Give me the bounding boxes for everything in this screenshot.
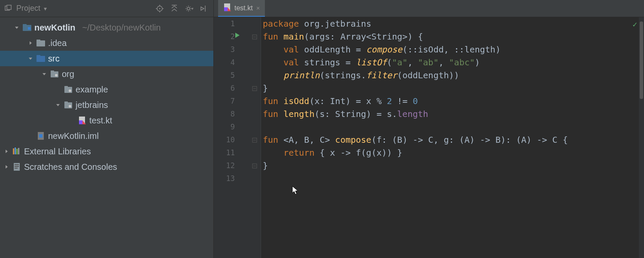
chevron-down-icon[interactable] (14, 25, 20, 31)
tree-item[interactable]: org (0, 66, 213, 82)
editor-body[interactable]: ✓ 12345678910111213 package org.jetbrain… (214, 17, 644, 258)
tree-item[interactable]: Scratches and Consoles (0, 159, 213, 175)
folder-icon (36, 39, 46, 47)
code-token: strings = (304, 57, 355, 68)
svg-rect-25 (64, 101, 68, 104)
chevron-down-icon[interactable] (27, 55, 33, 61)
chevron-right-icon[interactable] (27, 40, 33, 46)
code-token: package (263, 18, 304, 29)
gutter-line[interactable]: 13 (214, 172, 261, 185)
locate-icon[interactable] (154, 3, 165, 14)
gutter-line[interactable]: 10 (214, 133, 261, 146)
gutter-line[interactable]: 6 (214, 82, 261, 95)
code-token: <A, B, C> (283, 135, 335, 145)
tab-close-icon[interactable]: × (256, 4, 260, 12)
hide-icon[interactable] (198, 3, 209, 14)
project-tree[interactable]: newKotlin~/Desktop/newKotlin.ideasrcorge… (0, 17, 213, 258)
tree-item-label: Scratches and Consoles (24, 162, 117, 172)
code-line[interactable]: val oddLength = compose(::isOdd, ::lengt… (263, 43, 644, 56)
code-token: (strings. (319, 70, 366, 80)
code-line[interactable]: } (263, 82, 644, 95)
dropdown-icon[interactable]: ▾ (44, 5, 47, 12)
editor-tab[interactable]: test.kt× (218, 0, 265, 17)
svg-rect-33 (18, 148, 19, 154)
svg-point-9 (187, 7, 190, 10)
code-line[interactable]: fun length(s: String) = s.length (263, 108, 644, 120)
libs-icon (12, 147, 21, 156)
chevron-right-icon[interactable] (3, 164, 9, 170)
svg-rect-37 (15, 168, 18, 169)
code-token: org.jetbrains (304, 18, 371, 29)
tree-item-label: example (76, 85, 108, 95)
tree-item[interactable]: jetbrains (0, 97, 213, 113)
iml-file-icon (36, 132, 46, 140)
code-line[interactable]: fun <A, B, C> compose(f: (B) -> C, g: (A… (263, 133, 644, 146)
fold-icon[interactable] (252, 136, 258, 142)
fold-icon[interactable] (252, 33, 258, 39)
editor-gutter[interactable]: 12345678910111213 (214, 17, 261, 258)
tree-item-label: newKotlin.iml (48, 131, 99, 141)
run-gutter-icon[interactable] (234, 32, 240, 40)
code-line[interactable]: } (263, 159, 644, 172)
editor-tabs: test.kt× (214, 0, 644, 17)
sidebar-header: Project ▾ ▾ (0, 0, 213, 17)
gutter-line[interactable]: 8 (214, 108, 261, 120)
code-line[interactable]: println(strings.filter(oddLength)) (263, 69, 644, 82)
code-area[interactable]: package org.jetbrainsfun main(args: Arra… (261, 17, 644, 258)
code-line[interactable]: fun isOdd(x: Int) = x % 2 != 0 (263, 95, 644, 108)
editor-pane: test.kt× ✓ 12345678910111213 package org… (214, 0, 644, 258)
code-token: } (263, 83, 268, 93)
tree-item[interactable]: test.kt (0, 113, 213, 128)
fold-icon[interactable] (252, 162, 258, 168)
code-line[interactable]: return { x -> f(g(x)) } (263, 146, 644, 159)
tree-item[interactable]: newKotlin.iml (0, 128, 213, 144)
svg-rect-12 (23, 24, 27, 26)
tree-item[interactable]: example (0, 82, 213, 97)
code-token: filter (366, 70, 397, 80)
sidebar-title[interactable]: Project (16, 4, 40, 13)
code-token: ( (402, 44, 407, 55)
code-token: { x -> f(g(x)) } (319, 147, 402, 158)
code-token: } (263, 160, 268, 171)
tree-item[interactable]: .idea (0, 35, 213, 51)
tree-item[interactable]: newKotlin~/Desktop/newKotlin (0, 20, 213, 35)
collapse-all-icon[interactable] (169, 3, 180, 14)
code-line[interactable] (263, 172, 644, 185)
tree-item[interactable]: External Libraries (0, 144, 213, 159)
code-line[interactable] (263, 120, 644, 133)
project-sidebar: Project ▾ ▾ newKotlin~/Desktop/newKotlin… (0, 0, 214, 258)
tree-item[interactable]: src (0, 51, 213, 66)
gutter-line[interactable]: 3 (214, 43, 261, 56)
code-token: fun (263, 135, 283, 145)
project-tool-icon (4, 4, 13, 13)
gutter-line[interactable]: 7 (214, 95, 261, 108)
code-token: , (438, 57, 449, 68)
code-token: 2 (387, 96, 392, 106)
code-line[interactable]: fun main(args: Array<String>) { (263, 30, 644, 43)
code-token: return (283, 147, 319, 158)
scrollbar-thumb[interactable] (640, 22, 643, 99)
chevron-down-icon[interactable] (55, 102, 61, 108)
chevron-down-icon[interactable] (41, 71, 47, 77)
gutter-line[interactable]: 9 (214, 120, 261, 133)
editor-scrollbar[interactable] (639, 17, 644, 258)
settings-icon[interactable]: ▾ (183, 3, 194, 14)
gutter-line[interactable]: 11 (214, 146, 261, 159)
fold-icon[interactable] (252, 84, 258, 90)
mouse-cursor-icon (292, 186, 300, 197)
code-line[interactable]: package org.jetbrains (263, 17, 644, 30)
code-token: (x: Int) = x % (309, 96, 387, 106)
gutter-line[interactable]: 2 (214, 30, 261, 43)
gutter-line[interactable]: 4 (214, 56, 261, 69)
gutter-line[interactable]: 12 (214, 159, 261, 172)
code-line[interactable]: val strings = listOf("a", "ab", "abc") (263, 56, 644, 69)
tree-item-label: jetbrains (76, 100, 108, 110)
scratches-icon (12, 163, 21, 171)
gutter-line[interactable]: 5 (214, 69, 261, 82)
tree-item-label: .idea (48, 38, 67, 48)
chevron-right-icon[interactable] (3, 148, 9, 154)
gutter-line[interactable]: 1 (214, 17, 261, 30)
code-token: 0 (413, 96, 418, 106)
tree-item-label: src (48, 54, 60, 64)
code-token (263, 70, 283, 80)
